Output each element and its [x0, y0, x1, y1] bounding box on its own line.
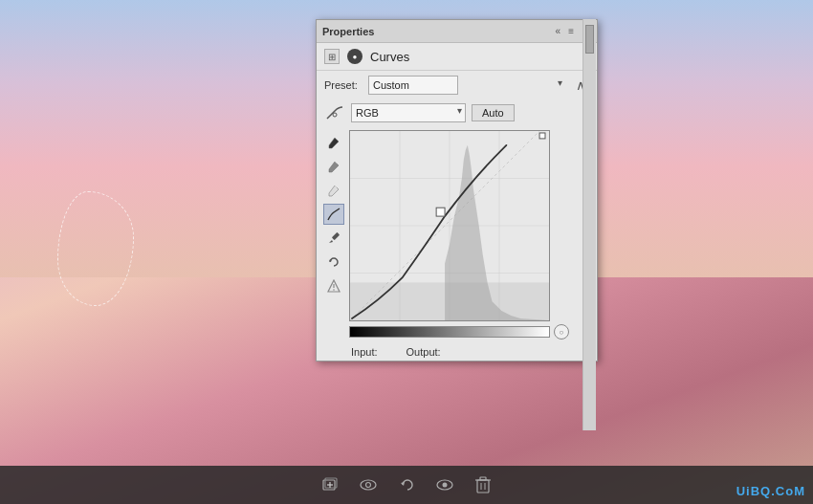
- panel-scrollbar[interactable]: [582, 19, 596, 430]
- watermark: UiBQ.CoM: [736, 484, 805, 498]
- channel-select-wrapper[interactable]: RGB Red Green Blue: [351, 103, 466, 122]
- grid-icon: ⊞: [324, 49, 340, 64]
- svg-rect-29: [477, 480, 489, 493]
- curve-tool-btn[interactable]: [323, 204, 344, 225]
- reset-btn[interactable]: [323, 252, 344, 273]
- channel-select[interactable]: RGB Red Green Blue: [351, 103, 466, 122]
- delete-btn[interactable]: [472, 473, 494, 496]
- channel-row: RGB Red Green Blue Auto: [317, 99, 597, 126]
- svg-marker-5: [329, 240, 333, 243]
- svg-rect-4: [332, 232, 340, 240]
- preset-select[interactable]: Custom Default Strong Contrast Linear Co…: [368, 76, 458, 95]
- eyedropper-gray-btn[interactable]: [323, 156, 344, 177]
- pencil-tool-btn[interactable]: [323, 228, 344, 249]
- panel-main: ○: [317, 126, 597, 343]
- view-btn[interactable]: [357, 473, 380, 496]
- visibility-btn[interactable]: [433, 473, 456, 496]
- collapse-panel-btn[interactable]: «: [554, 26, 563, 36]
- panel-title: Properties: [322, 26, 374, 37]
- preset-select-wrapper[interactable]: Custom Default Strong Contrast Linear Co…: [368, 76, 566, 95]
- auto-button[interactable]: Auto: [472, 104, 515, 121]
- warning-btn[interactable]: [323, 275, 344, 296]
- undo-btn[interactable]: [395, 473, 418, 496]
- gradient-point-btn[interactable]: ○: [554, 324, 569, 340]
- adjustment-icon: ●: [347, 49, 363, 64]
- scrollbar-thumb[interactable]: [585, 25, 594, 54]
- curves-canvas[interactable]: [349, 130, 550, 321]
- svg-point-24: [361, 480, 376, 490]
- svg-point-0: [333, 113, 337, 117]
- svg-marker-26: [401, 482, 405, 486]
- curves-svg: [350, 131, 549, 320]
- io-row: Input: Output:: [317, 343, 597, 361]
- output-label: Output:: [406, 346, 441, 358]
- eyedropper-black-btn[interactable]: [323, 132, 344, 153]
- gradient-row: ○: [349, 324, 593, 340]
- gradient-bar: [349, 326, 550, 338]
- curves-area: ○: [349, 130, 593, 340]
- svg-point-28: [443, 483, 448, 488]
- svg-point-9: [333, 289, 335, 291]
- input-label: Input:: [351, 346, 378, 358]
- svg-rect-19: [539, 133, 545, 139]
- svg-rect-18: [436, 208, 445, 216]
- svg-rect-31: [480, 477, 486, 480]
- section-header: ⊞ ● Curves: [317, 43, 597, 71]
- svg-point-25: [366, 483, 371, 488]
- properties-panel: Properties « ≡ ✕ ⊞ ● Curves Preset: Cust…: [316, 19, 598, 362]
- panel-titlebar: Properties « ≡ ✕: [317, 20, 597, 43]
- menu-btn[interactable]: ≡: [566, 26, 576, 36]
- eyedropper-white-btn[interactable]: [323, 180, 344, 201]
- bottom-toolbar: [0, 466, 813, 504]
- tool-sidebar: [320, 130, 347, 340]
- new-layer-btn[interactable]: [319, 473, 341, 496]
- section-title: Curves: [370, 50, 409, 64]
- preset-label: Preset:: [324, 79, 363, 91]
- preset-row: Preset: Custom Default Strong Contrast L…: [317, 71, 597, 99]
- channel-curve-icon: [324, 102, 345, 123]
